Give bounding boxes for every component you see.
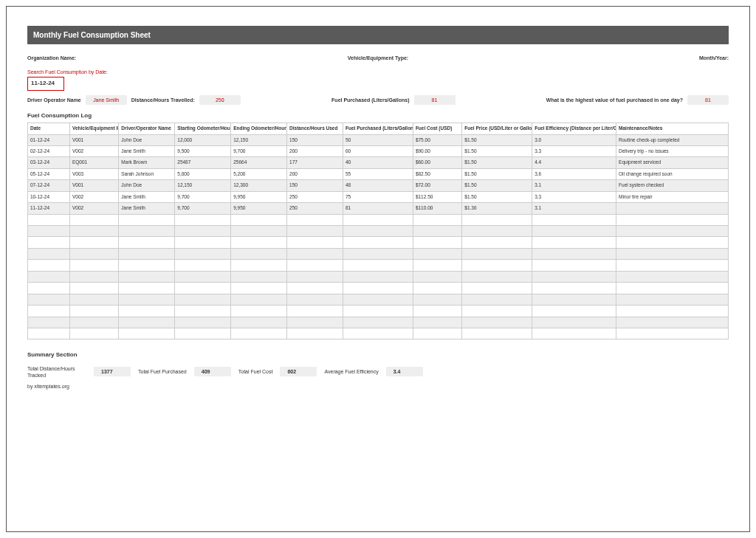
table-cell: Fuel system checked bbox=[616, 180, 729, 191]
table-row bbox=[28, 294, 729, 305]
table-cell: V002 bbox=[69, 145, 118, 156]
table-cell: $90.00 bbox=[413, 145, 461, 156]
table-cell bbox=[287, 214, 343, 225]
table-cell bbox=[532, 237, 616, 248]
table-cell bbox=[287, 248, 343, 259]
table-row bbox=[28, 237, 729, 248]
table-cell bbox=[28, 237, 70, 248]
table-cell: 3.1 bbox=[532, 180, 616, 191]
table-cell: 9,700 bbox=[231, 145, 287, 156]
table-cell bbox=[119, 237, 175, 248]
table-cell bbox=[287, 226, 343, 237]
table-row: 05-12-24V003Sarah Johnson5,0005,20020055… bbox=[28, 168, 729, 179]
table-cell bbox=[532, 283, 616, 294]
table-cell: 12,300 bbox=[231, 180, 287, 191]
table-cell bbox=[28, 271, 70, 282]
log-header: Fuel Consumption Log bbox=[27, 112, 729, 120]
table-cell bbox=[616, 271, 729, 282]
table-cell bbox=[343, 237, 413, 248]
search-date-input[interactable]: 11-12-24 bbox=[27, 77, 64, 90]
fuel-value: 81 bbox=[414, 95, 456, 105]
table-cell bbox=[175, 260, 231, 271]
table-cell: 9,950 bbox=[231, 203, 287, 214]
table-cell bbox=[413, 260, 461, 271]
table-cell bbox=[462, 248, 532, 259]
table-cell bbox=[462, 214, 532, 225]
table-cell: Routine check-up completed bbox=[616, 134, 729, 145]
table-cell bbox=[231, 294, 287, 305]
distance-label: Distance/Hours Travelled: bbox=[131, 97, 195, 103]
table-cell: $1.50 bbox=[462, 168, 532, 179]
fuel-label: Fuel Purchased (Liters/Gallons) bbox=[331, 97, 409, 103]
table-cell bbox=[462, 226, 532, 237]
table-cell bbox=[287, 294, 343, 305]
table-cell: Sarah Johnson bbox=[119, 168, 175, 179]
table-cell: 3.1 bbox=[532, 203, 616, 214]
table-cell bbox=[343, 306, 413, 317]
table-cell bbox=[119, 248, 175, 259]
table-cell bbox=[413, 226, 461, 237]
table-cell: 9,500 bbox=[175, 145, 231, 156]
table-cell: 5,200 bbox=[231, 168, 287, 179]
table-row bbox=[28, 248, 729, 259]
table-cell bbox=[462, 237, 532, 248]
table-cell bbox=[413, 248, 461, 259]
table-cell bbox=[413, 306, 461, 317]
table-cell bbox=[462, 294, 532, 305]
table-cell bbox=[69, 306, 118, 317]
org-name-label: Organization Name: bbox=[27, 55, 261, 61]
table-cell bbox=[119, 271, 175, 282]
table-cell bbox=[462, 260, 532, 271]
table-cell bbox=[69, 226, 118, 237]
table-cell bbox=[532, 317, 616, 328]
table-cell: $1.50 bbox=[462, 134, 532, 145]
table-cell: 250 bbox=[287, 203, 343, 214]
table-cell: 177 bbox=[287, 157, 343, 168]
summary-label: Average Fuel Efficiency bbox=[324, 368, 378, 375]
table-cell: Equipment serviced bbox=[616, 157, 729, 168]
table-cell bbox=[616, 214, 729, 225]
table-cell: 3.3 bbox=[532, 145, 616, 156]
table-cell bbox=[119, 306, 175, 317]
table-cell bbox=[175, 237, 231, 248]
page-title: Monthly Fuel Consumption Sheet bbox=[27, 26, 729, 44]
lookup-row: Driver Operator Name Jane Smith Distance… bbox=[27, 95, 729, 105]
summary-value: 602 bbox=[280, 367, 317, 376]
table-cell bbox=[343, 226, 413, 237]
table-cell bbox=[175, 328, 231, 339]
table-cell bbox=[532, 306, 616, 317]
table-cell bbox=[119, 283, 175, 294]
table-cell bbox=[175, 248, 231, 259]
table-cell bbox=[69, 328, 118, 339]
table-cell bbox=[231, 283, 287, 294]
table-cell bbox=[287, 271, 343, 282]
table-cell: $1.50 bbox=[462, 145, 532, 156]
table-cell: 150 bbox=[287, 134, 343, 145]
table-cell bbox=[532, 271, 616, 282]
table-cell bbox=[343, 271, 413, 282]
table-cell: 12,150 bbox=[231, 134, 287, 145]
table-cell bbox=[69, 214, 118, 225]
table-cell bbox=[28, 328, 70, 339]
table-cell bbox=[119, 214, 175, 225]
col-header: Ending Odometer/Hours bbox=[231, 123, 287, 134]
table-cell: $1.50 bbox=[462, 191, 532, 202]
table-cell bbox=[462, 283, 532, 294]
table-cell bbox=[28, 248, 70, 259]
table-cell bbox=[616, 203, 729, 214]
table-cell: 07-12-24 bbox=[28, 180, 70, 191]
table-cell bbox=[462, 271, 532, 282]
table-cell bbox=[69, 283, 118, 294]
table-cell bbox=[616, 283, 729, 294]
answer-value: 81 bbox=[687, 95, 729, 105]
table-cell bbox=[175, 294, 231, 305]
table-cell bbox=[28, 306, 70, 317]
col-header: Date bbox=[28, 123, 70, 134]
table-row bbox=[28, 214, 729, 225]
month-year-label: Month/Year: bbox=[495, 55, 729, 61]
table-cell: John Doe bbox=[119, 180, 175, 191]
table-cell bbox=[69, 248, 118, 259]
table-cell bbox=[343, 294, 413, 305]
table-cell bbox=[28, 226, 70, 237]
distance-value: 250 bbox=[199, 95, 241, 105]
